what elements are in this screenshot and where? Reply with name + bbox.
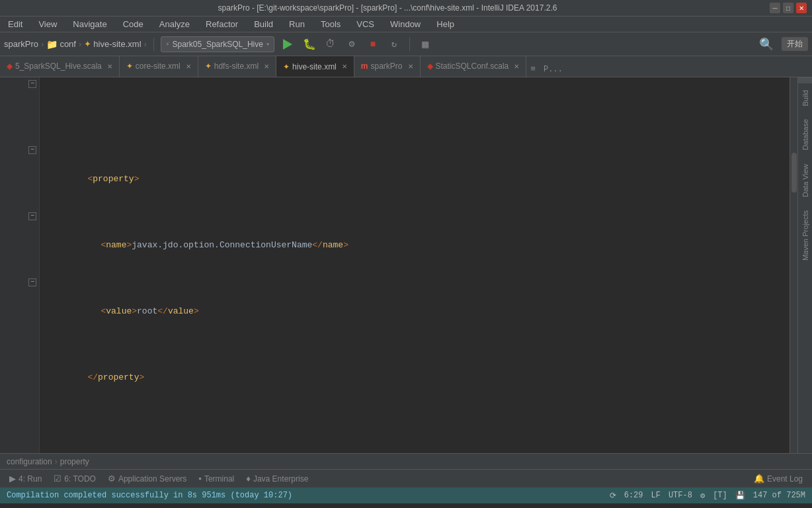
menu-bar: Edit View Navigate Code Analyze Refactor… (0, 17, 812, 32)
tab-hdfs-site[interactable]: ✦ hdfs-site.xml ✕ (198, 56, 276, 77)
tab-close-static[interactable]: ✕ (514, 63, 519, 70)
maximize-button[interactable]: □ (783, 3, 793, 13)
bottom-breadcrumb: configuration › property (0, 453, 812, 469)
tab-close-hive[interactable]: ✕ (342, 63, 347, 70)
tab-label-hive: hive-site.xml (292, 62, 337, 71)
todo-icon: ☑ (54, 474, 61, 484)
breadcrumb-part-2[interactable]: conf (60, 39, 76, 49)
tab-label-core: core-site.xml (136, 62, 181, 71)
code-editor[interactable]: <property> <name>javax.jdo.option.Connec… (40, 77, 790, 453)
content-area: − − − − (0, 77, 812, 469)
tab-sparkpro[interactable]: m sparkPro ✕ (354, 56, 421, 77)
vertical-scrollbar[interactable] (790, 77, 797, 453)
fold-marker-2[interactable]: − (28, 146, 36, 154)
tab-core-site[interactable]: ✦ core-site.xml ✕ (120, 56, 198, 77)
toolbar-separator-2 (409, 38, 410, 51)
status-settings-icon[interactable]: ⚙ (700, 491, 705, 501)
start-badge[interactable]: 开始 (782, 37, 808, 51)
scala-file-icon: ◆ (7, 62, 13, 71)
rerun-button[interactable]: ↻ (386, 36, 403, 52)
menu-analyze[interactable]: Analyze (154, 18, 195, 30)
editor-tabs: ◆ 5_SparkSQL_Hive.scala ✕ ✦ core-site.xm… (0, 56, 812, 77)
menu-vcs[interactable]: VCS (351, 18, 380, 30)
run-config-label: Spark05_SparkSQL_Hive (173, 40, 263, 49)
toolbar-separator-1 (153, 38, 154, 51)
status-encoding[interactable]: UTF-8 (669, 491, 692, 500)
database-panel-label[interactable]: Database (800, 112, 811, 157)
menu-help[interactable]: Help (431, 18, 460, 30)
run-config-icon: ⚡ (165, 40, 170, 48)
status-file-type[interactable]: [T] (713, 491, 727, 500)
terminal-window[interactable]: ▪ Terminal (193, 471, 239, 487)
run-button[interactable] (278, 36, 297, 52)
minimize-button[interactable]: ─ (770, 3, 780, 13)
coverage-button[interactable]: ⏱ (322, 36, 339, 52)
editor-settings-button[interactable]: P... (540, 62, 567, 77)
maven-panel-label[interactable]: Maven Projects (800, 204, 811, 267)
status-icon-spinner: ⟳ (610, 491, 616, 501)
run-config-dropdown-icon: ▾ (266, 40, 270, 48)
stop-button[interactable]: ■ (364, 36, 382, 52)
menu-navigate[interactable]: Navigate (67, 18, 112, 30)
event-log-icon: 🔔 (754, 474, 764, 484)
run-config-selector[interactable]: ⚡ Spark05_SparkSQL_Hive ▾ (161, 36, 274, 52)
kaishi-panel[interactable]: 开始 (798, 77, 812, 83)
profile-button[interactable]: ⚙ (343, 36, 360, 52)
code-value-1: <value>root</value> (46, 292, 790, 331)
fold-marker-1[interactable]: − (28, 80, 36, 88)
menu-edit[interactable]: Edit (3, 18, 28, 30)
m-icon: m (361, 62, 368, 71)
tab-spark-sql-hive[interactable]: ◆ 5_SparkSQL_Hive.scala ✕ (0, 56, 120, 77)
java-enterprise-icon: ♦ (246, 474, 251, 484)
menu-tools[interactable]: Tools (315, 18, 346, 30)
xml-icon-core: ✦ (126, 62, 133, 71)
todo-tool-window[interactable]: ☑ 6: TODO (48, 471, 101, 487)
code-name-1: <name>javax.jdo.option.ConnectionUserNam… (46, 226, 790, 265)
menu-refactor[interactable]: Refactor (200, 18, 243, 30)
java-enterprise-window[interactable]: ♦ Java Enterprise (241, 471, 313, 487)
folder-icon: 📁 (46, 39, 58, 50)
scala-icon-static: ◆ (427, 62, 433, 71)
breadcrumb: sparkPro › 📁 conf › ✦ hive-site.xml › (4, 39, 147, 50)
event-log-label: Event Log (767, 474, 803, 484)
spacer-1 (46, 120, 790, 133)
breadcrumb-part-3[interactable]: hive-site.xml (93, 39, 141, 49)
menu-window[interactable]: Window (385, 18, 426, 30)
run-tool-window[interactable]: ▶ 4: Run (4, 471, 47, 487)
debug-button[interactable]: 🐛 (301, 36, 318, 52)
tab-hive-site[interactable]: ✦ hive-site.xml ✕ (276, 56, 354, 77)
play-icon (283, 39, 292, 50)
window-controls[interactable]: ─ □ ✕ (770, 3, 807, 13)
breadcrumb-part-1[interactable]: sparkPro (4, 39, 38, 49)
tab-close-spark[interactable]: ✕ (107, 63, 112, 70)
fold-marker-3[interactable]: − (28, 212, 36, 220)
tab-static-sql-conf[interactable]: ◆ StaticSQLConf.scala ✕ (421, 56, 527, 77)
terminal-label: Terminal (204, 474, 234, 484)
status-line-ending[interactable]: LF (651, 491, 661, 500)
scrollbar-thumb[interactable] (792, 153, 797, 192)
app-servers-icon: ⚙ (108, 474, 116, 484)
structure-button[interactable]: ▦ (417, 36, 434, 52)
fold-marker-4[interactable]: − (28, 278, 36, 286)
menu-build[interactable]: Build (249, 18, 278, 30)
close-button[interactable]: ✕ (796, 3, 807, 13)
tab-close-hdfs[interactable]: ✕ (264, 63, 269, 70)
data-view-panel-label[interactable]: Data View (800, 157, 811, 204)
menu-code[interactable]: Code (118, 18, 149, 30)
more-tabs-button[interactable]: ≡ (526, 62, 540, 77)
search-everywhere-button[interactable]: 🔍 (758, 36, 775, 52)
app-servers-window[interactable]: ⚙ Application Servers (102, 471, 192, 487)
title-text: sparkPro - [E:\git-workspace\sparkPro] -… (5, 3, 770, 13)
status-right-group: ⟳ 6:29 LF UTF-8 ⚙ [T] 💾 147 of 725M (610, 491, 805, 501)
todo-label: 6: TODO (64, 474, 96, 484)
tab-close-core[interactable]: ✕ (186, 63, 191, 70)
menu-view[interactable]: View (33, 18, 62, 30)
event-log-window[interactable]: 🔔 Event Log (749, 471, 808, 487)
build-panel-label[interactable]: Build (800, 83, 811, 112)
xml-file-icon: ✦ (84, 39, 91, 49)
status-message: Compilation completed successfully in 8s… (7, 491, 292, 500)
tab-close-sparkpro[interactable]: ✕ (408, 63, 413, 70)
status-position[interactable]: 6:29 (624, 491, 643, 500)
menu-run[interactable]: Run (284, 18, 310, 30)
right-tool-panels: 开始 Build Database Data View Maven Projec… (797, 77, 812, 453)
